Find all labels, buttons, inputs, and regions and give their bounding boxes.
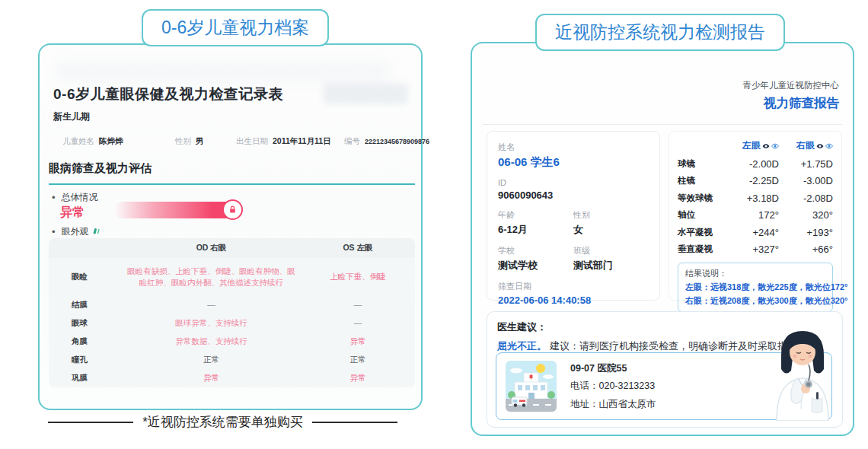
gender-value: 男: [196, 136, 204, 145]
student-name: 06-06 学生6: [498, 155, 649, 170]
gender-label: 性别: [175, 136, 191, 145]
age-label: 年龄: [498, 209, 573, 221]
school-label: 学校: [498, 245, 573, 256]
hospital-address: 地址：山西省太原市: [570, 398, 656, 411]
right-panel-title-pill: 近视防控系统视力检测报告: [535, 14, 785, 51]
table-row: 结膜 — —: [49, 296, 415, 314]
number-value: 22212345678909876: [365, 138, 429, 145]
measurement-row: 等效球镜 +3.18D -2.08D: [678, 189, 833, 207]
pen-icon: [93, 227, 101, 237]
birth-value: 2011年11月11日: [273, 136, 330, 145]
right-eye-header: 右眼: [796, 139, 815, 152]
hospital-phone: 电话：020-3213233: [570, 380, 656, 393]
hospital-name: 09-07 医院55: [570, 362, 656, 375]
patient-info-row: 儿童姓名陈烨烨 性别男 出生日期2011年11月11日 编号2221234567…: [40, 136, 424, 148]
measurement-row: 垂直凝视 +327° +66°: [678, 241, 833, 259]
table-row: 角膜 异常数据、支持续行 异常: [49, 333, 415, 351]
name-value: 陈烨烨: [99, 136, 123, 145]
hospital-info: 09-07 医院55 电话：020-3213233 地址：山西省太原市: [570, 362, 656, 411]
doctor-illustration: [766, 325, 839, 421]
birth-label: 出生日期: [236, 136, 268, 145]
name-label: 儿童姓名: [62, 136, 94, 145]
diagnosis: 屈光不正。: [497, 340, 547, 352]
result-note-title: 结果说明：: [685, 268, 825, 279]
overall-status-label: 总体情况: [52, 191, 98, 204]
student-name-label: 姓名: [498, 142, 649, 153]
center-name: 青少年儿童近视防控中心: [743, 80, 840, 91]
footnote-dash-right: [312, 422, 397, 423]
class-label: 班级: [573, 245, 649, 256]
footnote-text: *近视防控系统需要单独购买: [142, 413, 303, 431]
purchase-footnote: *近视防控系统需要单独购买: [15, 413, 430, 431]
screening-date: 2022-06-06 14:40:58: [498, 295, 649, 306]
student-id-label: ID: [498, 178, 649, 187]
footnote-dash-left: [48, 422, 133, 423]
hospital-illustration: [506, 361, 557, 412]
measurements-card: 左眼 右眼 球镜 -2.00D +1.75D 柱镜 -2.25D -3.00D: [669, 131, 842, 301]
result-note-left-eye: 左眼：远视318度，散光225度，散光位172°: [685, 282, 825, 293]
redacted-area: [323, 83, 408, 104]
number-label: 编号: [344, 136, 360, 145]
measurement-row: 球镜 -2.00D +1.75D: [678, 155, 833, 173]
school-value: 测试学校: [498, 259, 573, 272]
left-panel-title: 0-6岁儿童视力档案: [161, 16, 309, 40]
left-panel-title-pill: 0-6岁儿童视力档案: [142, 9, 329, 46]
eye-icon: [771, 141, 779, 151]
table-row: 巩膜 异常 异常: [49, 369, 415, 387]
measurement-row: 轴位 172° 320°: [678, 207, 833, 224]
stage-label: 新生儿期: [53, 110, 90, 123]
record-form-title: 0-6岁儿童眼保健及视力检查记录表: [53, 84, 283, 104]
abnormal-highlight-bar: [114, 202, 240, 218]
class-value: 测试部门: [573, 259, 649, 272]
appearance-label-row: 眼外观: [52, 225, 101, 238]
warning-badge-icon: [222, 199, 243, 220]
right-panel-title: 近视防控系统视力检测报告: [555, 21, 765, 44]
screening-date-label: 筛查日期: [498, 281, 649, 292]
eye-icon: [816, 141, 824, 151]
eye-exam-table: OD 右眼 OS 左眼 眼睑 眼睑有缺损、上睑下垂、倒睫、眼睑有肿物、眼睑红肿、…: [49, 238, 415, 387]
report-title: 视力筛查报告: [743, 95, 840, 112]
exam-table-header: OD 右眼 OS 左眼: [49, 238, 415, 258]
od-column-header: OD 右眼: [122, 242, 301, 253]
header-divider: [483, 124, 842, 125]
table-row: 眼球 眼球异常、支持续行 —: [49, 314, 415, 333]
overall-status-value: 异常: [60, 205, 85, 221]
measurement-row: 柱镜 -2.25D -3.00D: [678, 173, 833, 190]
table-row: 瞳孔 正常 正常: [49, 351, 415, 369]
os-column-header: OS 左眼: [301, 242, 415, 253]
doctor-advice-card: 医生建议： 屈光不正。建议：请到医疗机构接受检查，明确诊断并及时采取措施。: [487, 311, 843, 428]
age-value: 6-12月: [498, 223, 573, 237]
measurement-row: 水平凝视 +244° +193°: [678, 224, 833, 241]
screening-report-card: 青少年儿童近视防控中心 视力筛查报告 姓名 06-06 学生6 ID 90600…: [471, 42, 854, 436]
eye-icon: [762, 141, 770, 151]
result-note-box: 结果说明： 左眼：远视318度，散光225度，散光位172° 右眼：近视208度…: [678, 263, 833, 312]
measurements-header: 左眼 右眼: [678, 139, 833, 152]
section-title: 眼病筛查及视力评估: [49, 161, 415, 185]
eye-icon: [825, 141, 833, 151]
appearance-label: 眼外观: [62, 225, 89, 238]
report-header: 青少年儿童近视防控中心 视力筛查报告: [743, 80, 840, 112]
student-id: 9060090643: [498, 189, 649, 201]
student-info-card: 姓名 06-06 学生6 ID 9060090643 年龄 6-12月 性别 女: [487, 131, 660, 301]
scan-artifact: [55, 62, 390, 81]
vision-archive-card: 0-6岁儿童眼保健及视力检查记录表 新生儿期 儿童姓名陈烨烨 性别男 出生日期2…: [38, 43, 423, 410]
table-row: 眼睑 眼睑有缺损、上睑下垂、倒睫、眼睑有肿物、眼睑红肿、眼睑内外翻、其他描述支持…: [49, 258, 415, 296]
result-note-right-eye: 右眼：近视208度，散光300度，散光位320°: [685, 295, 825, 307]
left-eye-header: 左眼: [742, 139, 761, 152]
page: 0-6岁儿童视力档案 0-6岁儿童眼保健及视力检查记录表 新生儿期 儿童姓名陈烨…: [0, 0, 868, 449]
gender-value: 女: [573, 223, 649, 237]
gender-label: 性别: [573, 209, 649, 221]
